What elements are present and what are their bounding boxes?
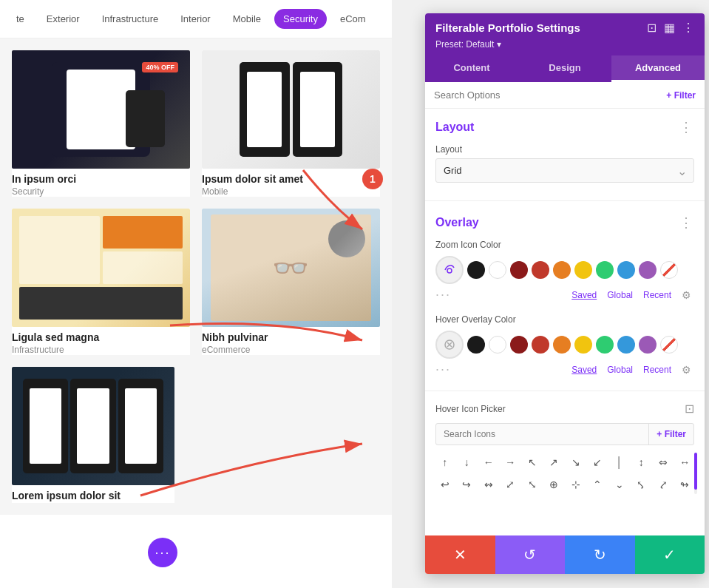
icon-cell[interactable]: ⊕	[545, 475, 564, 494]
color-tab-saved-zoom[interactable]: Saved	[571, 290, 597, 300]
panel-preset[interactable]: Preset: Default	[435, 39, 694, 50]
icon-search-input[interactable]	[436, 424, 648, 445]
list-item[interactable]: Ligula sed magna Infrastructure	[12, 209, 190, 355]
cancel-button[interactable]: ✕	[425, 535, 495, 574]
filter-tab-ecom[interactable]: eCom	[331, 9, 375, 29]
hover-swatch-yellow[interactable]	[574, 336, 592, 354]
color-tab-recent-zoom[interactable]: Recent	[643, 290, 671, 300]
layout-form-row: Layout Grid Masonry Justified	[435, 144, 694, 183]
icon-picker-section: Hover Icon Picker ⊡ + Filter ↑ ↓ ← → ↖ ↗…	[425, 394, 705, 504]
list-item[interactable]: 👓 Nibh pulvinar eCommerce	[202, 209, 380, 355]
swatch-red1[interactable]	[510, 261, 528, 279]
more-dots-hover[interactable]: ···	[435, 362, 451, 377]
columns-icon[interactable]: ▦	[664, 21, 675, 35]
icon-cell[interactable]: ↔	[676, 453, 695, 472]
icon-cell[interactable]: ↭	[479, 475, 498, 494]
zoom-color-picker	[435, 256, 694, 284]
swatch-diagonal[interactable]	[660, 261, 678, 279]
tab-design[interactable]: Design	[518, 55, 611, 82]
hover-color-current[interactable]	[435, 331, 464, 359]
save-button[interactable]: ✓	[635, 535, 705, 574]
swatch-white[interactable]	[489, 261, 506, 279]
more-icon[interactable]: ⋮	[682, 21, 694, 35]
hover-swatch-diagonal[interactable]	[660, 336, 678, 354]
step-1-badge: 1	[362, 169, 383, 189]
filter-tab-interior[interactable]: Interior	[172, 9, 219, 29]
zoom-color-current[interactable]	[435, 256, 464, 284]
icon-cell[interactable]: ⊹	[566, 475, 586, 494]
icon-cell[interactable]: ↬	[676, 475, 695, 494]
icon-cell[interactable]: ⌄	[610, 475, 629, 494]
tab-content[interactable]: Content	[425, 55, 518, 82]
tab-advanced[interactable]: Advanced	[611, 55, 705, 82]
icon-cell[interactable]: ⤤	[654, 475, 673, 494]
portfolio-item-title: In ipsum orci	[12, 173, 190, 185]
color-tab-global-hover[interactable]: Global	[607, 365, 633, 375]
more-dots-zoom[interactable]: ···	[435, 287, 451, 303]
redo-button[interactable]: ↻	[565, 535, 635, 574]
layout-select[interactable]: Grid Masonry Justified	[435, 158, 694, 183]
icon-filter-button[interactable]: + Filter	[648, 424, 693, 445]
icon-picker-settings-icon[interactable]: ⊡	[685, 402, 694, 416]
swatch-purple[interactable]	[639, 261, 657, 279]
portfolio-item-title: Ligula sed magna	[12, 331, 190, 343]
search-input[interactable]	[434, 89, 660, 101]
filter-tab-security[interactable]: Security	[274, 9, 327, 29]
hover-swatch-red2[interactable]	[532, 336, 549, 354]
floating-action-button[interactable]: ···	[148, 538, 177, 567]
hover-swatch-purple[interactable]	[639, 336, 657, 354]
filter-tab-infrastructure[interactable]: Infrastructure	[93, 9, 168, 29]
layout-section-menu[interactable]: ⋮	[679, 119, 694, 135]
swatch-red2[interactable]	[532, 261, 549, 279]
color-tab-recent-hover[interactable]: Recent	[643, 365, 671, 375]
icon-cell[interactable]: │	[610, 453, 629, 472]
filter-button[interactable]: + Filter	[666, 90, 696, 101]
hover-swatch-blue[interactable]	[617, 336, 635, 354]
swatch-yellow[interactable]	[574, 261, 592, 279]
layout-section-title: Layout	[435, 121, 474, 134]
icon-cell[interactable]: ↗	[545, 453, 564, 472]
icon-cell[interactable]: ⤣	[632, 475, 651, 494]
hover-swatch-black[interactable]	[467, 336, 485, 354]
zoom-color-swatches	[467, 261, 678, 279]
filter-tab-mobile[interactable]: Mobile	[224, 9, 270, 29]
icon-cell[interactable]: ⌃	[588, 475, 608, 494]
icon-cell[interactable]: →	[501, 453, 520, 472]
icon-cell[interactable]: ⇔	[654, 453, 673, 472]
icon-cell[interactable]: ↪	[458, 475, 477, 494]
icon-cell[interactable]: ↘	[566, 453, 586, 472]
list-item[interactable]: 40% OFF In ipsum orci Security	[12, 50, 190, 197]
icon-cell[interactable]: ↓	[458, 453, 477, 472]
filter-tab-exterior[interactable]: Exterior	[38, 9, 89, 29]
color-tab-global-zoom[interactable]: Global	[607, 290, 633, 300]
icon-cell[interactable]: ↙	[588, 453, 608, 472]
hover-swatch-orange[interactable]	[553, 336, 571, 354]
icon-cell[interactable]: ↩	[435, 475, 455, 494]
color-tab-saved-hover[interactable]: Saved	[571, 365, 597, 375]
overlay-section: Overlay ⋮ Zoom Icon Color	[425, 204, 705, 388]
icon-cell[interactable]: ↑	[435, 453, 455, 472]
list-item[interactable]: Ipsum dolor sit amet Mobile	[202, 50, 380, 197]
color-settings-hover[interactable]: ⚙	[682, 364, 691, 376]
overlay-section-menu[interactable]: ⋮	[679, 214, 694, 231]
icon-cell[interactable]: ↕	[632, 453, 651, 472]
icon-cell[interactable]: ←	[479, 453, 498, 472]
responsive-icon[interactable]: ⊡	[647, 21, 657, 35]
swatch-blue[interactable]	[617, 261, 635, 279]
undo-button[interactable]: ↺	[495, 535, 566, 574]
panel-header: Filterable Portfolio Settings ⊡ ▦ ⋮ Pres…	[425, 13, 705, 55]
hover-swatch-red1[interactable]	[510, 336, 528, 354]
swatch-orange[interactable]	[553, 261, 571, 279]
hover-swatch-green[interactable]	[596, 336, 614, 354]
swatch-green[interactable]	[596, 261, 614, 279]
swatch-black[interactable]	[467, 261, 485, 279]
icon-cell[interactable]: ⤢	[501, 475, 520, 494]
icon-cell[interactable]: ⤡	[523, 475, 542, 494]
filter-tab-te[interactable]: te	[7, 9, 33, 29]
color-settings-zoom[interactable]: ⚙	[682, 289, 691, 301]
list-item[interactable]: Lorem ipsum dolor sit	[12, 367, 174, 503]
icon-grid: ↑ ↓ ← → ↖ ↗ ↘ ↙ │ ↕ ⇔ ↔ ↩ ↪ ↭ ⤢ ⤡	[435, 453, 694, 494]
overlay-section-title: Overlay	[435, 216, 479, 229]
icon-cell[interactable]: ↖	[523, 453, 542, 472]
hover-swatch-white[interactable]	[489, 336, 506, 354]
